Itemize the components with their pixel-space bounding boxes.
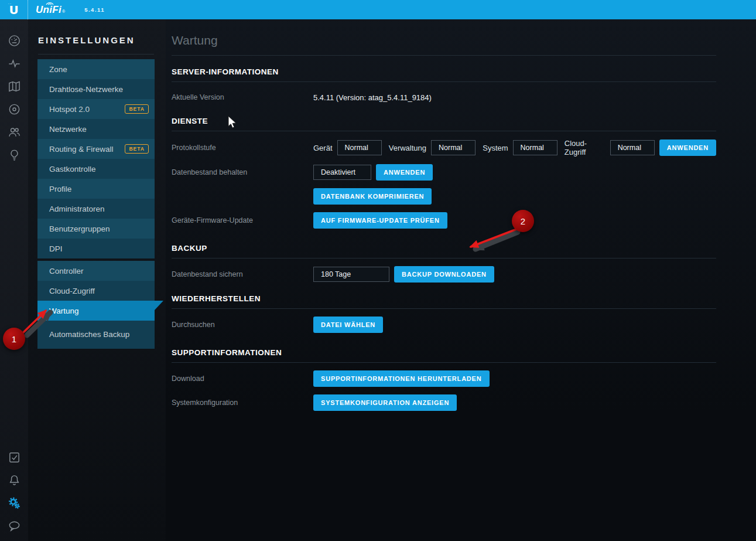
- sidebar-item-administratoren[interactable]: Administratoren: [37, 199, 155, 219]
- row-datenbank-komprimieren: DATENBANK KOMPRIMIEREN: [172, 188, 716, 205]
- dashboard-icon[interactable]: [7, 33, 21, 47]
- clients-icon[interactable]: [7, 125, 21, 139]
- sidebar-item-label: Netzwerke: [49, 125, 149, 134]
- geraet-loglevel-select[interactable]: Normal: [337, 140, 382, 155]
- devices-icon[interactable]: [7, 102, 21, 116]
- brand-name: UniFi: [36, 4, 61, 16]
- sidebar-item-label: Routing & Firewall: [49, 145, 125, 154]
- row-download: Download SUPPORTINFORMATIONEN HERUNTERLA…: [172, 370, 716, 387]
- systemkonfiguration-anzeigen-button[interactable]: SYSTEMKONFIGURATION ANZEIGEN: [313, 394, 457, 411]
- geraet-label: Gerät: [313, 144, 333, 152]
- protokollstufe-label: Protokollstufe: [172, 144, 313, 152]
- row-aktuelle-version: Aktuelle Version 5.4.11 (Version: atag_5…: [172, 90, 716, 105]
- verwaltung-loglevel-select[interactable]: Normal: [431, 140, 476, 155]
- sidebar-item-label: DPI: [49, 244, 149, 253]
- aktuelle-version-value: 5.4.11 (Version: atag_5.4.11_9184): [313, 93, 432, 102]
- cloud-zugriff-label: Cloud-Zugriff: [565, 139, 606, 156]
- beta-badge: BETA: [125, 104, 149, 114]
- datei-waehlen-button[interactable]: DATEI WÄHLEN: [313, 317, 383, 333]
- page-title: Wartung: [172, 33, 716, 56]
- row-systemkonfiguration: Systemkonfiguration SYSTEMKONFIGURATION …: [172, 394, 716, 411]
- chat-icon[interactable]: [7, 519, 21, 533]
- section-backup: BACKUP: [172, 244, 716, 258]
- statistics-icon[interactable]: [7, 56, 21, 70]
- cloud-loglevel-select[interactable]: Normal: [610, 140, 655, 155]
- sidebar-item-label: Gastkontrolle: [49, 165, 149, 173]
- datenbestand-anwenden-button[interactable]: ANWENDEN: [376, 164, 433, 181]
- logo-antenna-marks: ˙˙: [8, 4, 12, 8]
- settings-icon[interactable]: [7, 496, 21, 510]
- sidebar-item-label: Benutzergruppen: [49, 224, 149, 233]
- backup-zeitraum-select[interactable]: 180 Tage: [313, 267, 389, 282]
- sidebar-item-label: Cloud-Zugriff: [49, 287, 149, 295]
- settings-title: EINSTELLUNGEN: [38, 35, 154, 55]
- system-loglevel-select[interactable]: Normal: [513, 140, 557, 155]
- datenbestand-sichern-label: Datenbestand sichern: [172, 270, 313, 278]
- row-durchsuchen: Durchsuchen DATEI WÄHLEN: [172, 317, 716, 333]
- sidebar-item-gastkontrolle[interactable]: Gastkontrolle: [37, 159, 155, 179]
- systemkonfiguration-label: Systemkonfiguration: [172, 399, 313, 407]
- top-bar: ˙˙ U UniFi ® 5.4.11: [0, 0, 756, 19]
- icon-rail: [0, 19, 28, 541]
- settings-menu: Zone Drahtlose-Netzwerke Hotspot 2.0 BET…: [37, 59, 155, 349]
- verwaltung-label: Verwaltung: [389, 144, 426, 152]
- rail-bottom-group: [7, 450, 21, 533]
- row-geraete-firmware-update: Geräte-Firmware-Update AUF FIRMWARE-UPDA…: [172, 212, 716, 229]
- sidebar-item-label: Zone: [49, 65, 149, 74]
- sidebar-item-label: Profile: [49, 185, 149, 193]
- sidebar-item-routing-firewall[interactable]: Routing & Firewall BETA: [37, 139, 155, 159]
- sidebar-item-automatisches-backup[interactable]: Automatisches Backup: [37, 321, 155, 349]
- map-icon[interactable]: [7, 79, 21, 93]
- datenbank-komprimieren-button[interactable]: DATENBANK KOMPRIMIEREN: [313, 188, 432, 205]
- section-server-informationen: SERVER-INFORMATIONEN: [172, 67, 716, 82]
- datenbestand-behalten-label: Datenbestand behalten: [172, 168, 313, 176]
- firmware-update-label: Geräte-Firmware-Update: [172, 216, 313, 224]
- sidebar-item-hotspot-2-0[interactable]: Hotspot 2.0 BETA: [37, 99, 155, 119]
- sidebar-item-label: Hotspot 2.0: [49, 105, 125, 114]
- download-label: Download: [172, 375, 313, 383]
- unifi-wave-icon: [45, 1, 54, 5]
- aktuelle-version-label: Aktuelle Version: [172, 93, 313, 101]
- controller-version: 5.4.11: [84, 6, 105, 13]
- unifi-brand: UniFi ®: [36, 4, 65, 16]
- backup-downloaden-button[interactable]: BACKUP DOWNLOADEN: [394, 266, 494, 283]
- row-datenbestand-behalten: Datenbestand behalten Deaktiviert ANWEND…: [172, 164, 716, 181]
- protokollstufe-controls: Gerät Normal Verwaltung Normal System No…: [313, 139, 716, 156]
- row-datenbestand-sichern: Datenbestand sichern 180 Tage BACKUP DOW…: [172, 266, 716, 283]
- datenbestand-behalten-select[interactable]: Deaktiviert: [313, 165, 371, 180]
- row-protokollstufe: Protokollstufe Gerät Normal Verwaltung N…: [172, 139, 716, 156]
- sidebar-item-label: Controller: [49, 267, 149, 275]
- sidebar-item-cloud-zugriff[interactable]: Cloud-Zugriff: [37, 281, 155, 301]
- sidebar-item-controller[interactable]: Controller: [37, 261, 155, 281]
- sidebar-item-drahtlose-netzwerke[interactable]: Drahtlose-Netzwerke: [37, 79, 155, 99]
- sidebar-item-label: Administratoren: [49, 205, 149, 213]
- supportinformationen-herunterladen-button[interactable]: SUPPORTINFORMATIONEN HERUNTERLADEN: [313, 370, 490, 387]
- sidebar-item-benutzergruppen[interactable]: Benutzergruppen: [37, 219, 155, 239]
- ubiquiti-logo[interactable]: ˙˙ U: [0, 0, 28, 19]
- insights-icon[interactable]: [7, 148, 21, 162]
- settings-menu-group-2: Controller Cloud-Zugriff Wartung Automat…: [37, 261, 155, 349]
- section-dienste: DIENSTE: [172, 117, 716, 131]
- sidebar-item-dpi[interactable]: DPI: [37, 239, 155, 258]
- durchsuchen-label: Durchsuchen: [172, 321, 313, 329]
- alerts-icon[interactable]: [7, 473, 21, 487]
- section-wiederherstellen: WIEDERHERSTELLEN: [172, 294, 716, 309]
- sidebar-item-profile[interactable]: Profile: [37, 179, 155, 199]
- system-label: System: [483, 144, 508, 152]
- firmware-update-pruefen-button[interactable]: AUF FIRMWARE-UPDATE PRÜFEN: [313, 212, 447, 229]
- rail-top-group: [7, 33, 21, 162]
- sidebar-item-label: Drahtlose-Netzwerke: [49, 85, 149, 94]
- settings-sidebar: EINSTELLUNGEN Zone Drahtlose-Netzwerke H…: [28, 19, 166, 541]
- events-icon[interactable]: [7, 450, 21, 464]
- sidebar-item-label: Wartung: [49, 307, 149, 315]
- sidebar-item-zone[interactable]: Zone: [37, 59, 155, 79]
- sidebar-item-label: Automatisches Backup: [49, 329, 149, 340]
- registered-mark: ®: [62, 9, 65, 13]
- section-supportinformationen: SUPPORTINFORMATIONEN: [172, 348, 716, 363]
- beta-badge: BETA: [125, 144, 149, 154]
- datenbestand-controls: Deaktiviert ANWENDEN: [313, 164, 433, 181]
- protokollstufe-anwenden-button[interactable]: ANWENDEN: [659, 139, 716, 156]
- main-content: Wartung SERVER-INFORMATIONEN Aktuelle Ve…: [166, 19, 756, 541]
- sidebar-item-netzwerke[interactable]: Netzwerke: [37, 119, 155, 139]
- sidebar-item-wartung[interactable]: Wartung: [37, 301, 155, 321]
